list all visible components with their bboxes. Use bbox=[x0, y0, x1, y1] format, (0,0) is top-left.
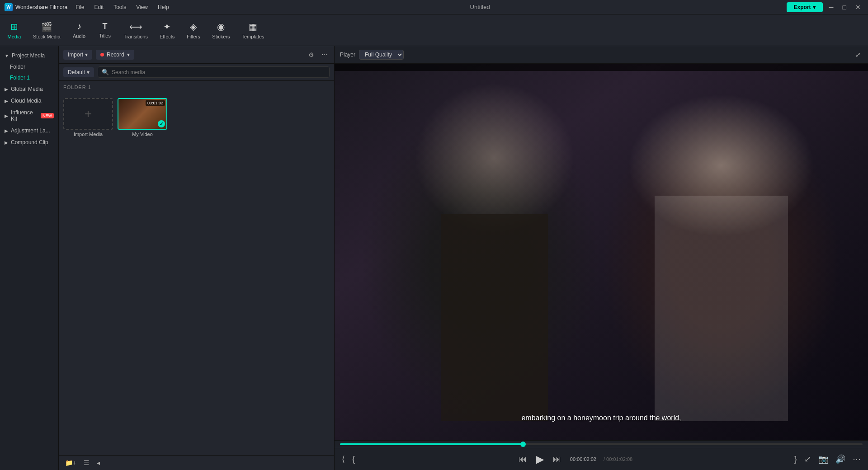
adjustment-la-header[interactable]: ▶ Adjustment La... bbox=[0, 125, 58, 136]
cloud-media-header[interactable]: ▶ Cloud Media bbox=[0, 95, 58, 107]
titlebar-right: Export ▾ ─ □ ✕ bbox=[787, 2, 863, 12]
default-label: Default bbox=[68, 69, 85, 75]
cloud-media-label: Cloud Media bbox=[11, 98, 41, 104]
minimize-button[interactable]: ─ bbox=[826, 3, 836, 12]
new-badge: NEW bbox=[41, 113, 54, 118]
record-dot-icon bbox=[100, 53, 104, 56]
default-view-button[interactable]: Default ▾ bbox=[63, 67, 94, 77]
mark-in-button[interactable]: { bbox=[350, 453, 357, 466]
toolbar-item-templates[interactable]: ▦ Templates bbox=[236, 19, 269, 42]
toolbar-item-filters[interactable]: ◈ Filters bbox=[181, 19, 206, 42]
my-video-thumb[interactable]: 00:01:02 ✓ bbox=[118, 98, 167, 130]
playback-progress-bar[interactable] bbox=[340, 443, 863, 445]
record-button[interactable]: Record ▾ bbox=[96, 50, 134, 60]
preview-video: embarking on a honeymoon trip around the… bbox=[335, 64, 868, 440]
menu-view[interactable]: View bbox=[132, 3, 152, 11]
close-button[interactable]: ✕ bbox=[853, 3, 863, 12]
toolbar-item-stock-media[interactable]: 🎬 Stock Media bbox=[28, 19, 66, 42]
global-media-header[interactable]: ▶ Global Media bbox=[0, 83, 58, 95]
toolbar-label-filters: Filters bbox=[187, 34, 200, 39]
video-check-icon: ✓ bbox=[158, 120, 165, 127]
quality-select[interactable]: Full Quality bbox=[359, 50, 404, 60]
toolbar-label-templates: Templates bbox=[241, 34, 264, 39]
media-grid: + Import Media 00:01:02 ✓ My Video bbox=[59, 94, 334, 455]
preview-panel: Player Full Quality ⤢ bbox=[335, 46, 868, 470]
menu-file[interactable]: File bbox=[71, 3, 89, 11]
menu-edit[interactable]: Edit bbox=[90, 3, 108, 11]
sidebar-item-folder[interactable]: Folder bbox=[0, 61, 58, 72]
play-pause-button[interactable]: ▶ bbox=[534, 451, 546, 467]
import-media-item[interactable]: + Import Media bbox=[63, 98, 113, 451]
import-thumb[interactable]: + bbox=[63, 98, 113, 130]
volume-button[interactable]: 🔊 bbox=[834, 452, 847, 466]
compound-clip-header[interactable]: ▶ Compound Clip bbox=[0, 136, 58, 148]
media-toolbar: Import ▾ Record ▾ ⚙ ⋯ bbox=[59, 46, 334, 64]
progress-fill bbox=[340, 443, 523, 445]
effects-icon: ✦ bbox=[163, 21, 171, 32]
video-ruler bbox=[335, 64, 868, 71]
preview-subtitle: embarking on a honeymoon trip around the… bbox=[521, 414, 681, 422]
search-input[interactable] bbox=[112, 69, 326, 75]
toolbar-item-transitions[interactable]: ⟷ Transitions bbox=[118, 19, 153, 42]
toolbar-item-effects[interactable]: ✦ Effects bbox=[154, 19, 180, 42]
ruler-bg bbox=[335, 64, 868, 71]
templates-icon: ▦ bbox=[249, 21, 257, 32]
import-label: Import bbox=[68, 52, 83, 58]
fullscreen-button[interactable]: ⤢ bbox=[802, 452, 813, 466]
toolbar-item-stickers[interactable]: ◉ Stickers bbox=[207, 19, 235, 42]
playback-thumb[interactable] bbox=[520, 442, 526, 447]
import-chevron-icon: ▾ bbox=[85, 52, 88, 58]
menu-tools[interactable]: Tools bbox=[109, 3, 131, 11]
current-time-display: 00:00:02:02 bbox=[570, 456, 596, 462]
record-chevron-icon: ▾ bbox=[127, 52, 130, 58]
preview-settings-button[interactable]: ⤢ bbox=[854, 50, 863, 59]
toolbar-label-titles: Titles bbox=[99, 33, 111, 38]
project-media-section: ▼ Project Media Folder Folder 1 bbox=[0, 50, 58, 83]
list-view-button[interactable]: ☰ bbox=[82, 458, 91, 467]
media-panel-bottom: 📁+ ☰ ◂ bbox=[59, 455, 334, 470]
preview-left-controls: ⟨ { bbox=[340, 452, 357, 466]
expand-icon: ▶ bbox=[5, 140, 8, 145]
toolbar-item-titles[interactable]: T Titles bbox=[93, 19, 118, 41]
add-folder-button[interactable]: 📁+ bbox=[63, 458, 78, 467]
filter-icon-button[interactable]: ⚙ bbox=[307, 50, 316, 59]
app-logo: W Wondershare Filmora bbox=[5, 3, 67, 11]
toolbar-label-transitions: Transitions bbox=[124, 34, 148, 39]
sidebar-item-folder1[interactable]: Folder 1 bbox=[0, 72, 58, 83]
mark-out-button[interactable]: } bbox=[793, 453, 799, 466]
player-label: Player bbox=[340, 52, 355, 58]
preview-controls: ⟨ { ⏮ ▶ ⏭ 00:00:02:02 / 00:01:02:08 } ⤢ … bbox=[335, 448, 868, 470]
import-button[interactable]: Import ▾ bbox=[63, 50, 92, 60]
frame-back-button[interactable]: ⟨ bbox=[340, 452, 347, 466]
influence-kit-label: Influence Kit bbox=[11, 109, 36, 122]
folder-label: FOLDER 1 bbox=[59, 81, 334, 94]
media-search-bar: Default ▾ 🔍 bbox=[59, 64, 334, 81]
menu-help[interactable]: Help bbox=[153, 3, 174, 11]
app-logo-icon: W bbox=[5, 3, 13, 11]
export-button[interactable]: Export ▾ bbox=[787, 2, 823, 12]
my-video-item[interactable]: 00:01:02 ✓ My Video bbox=[118, 98, 167, 451]
video-duration-badge: 00:01:02 bbox=[146, 100, 165, 106]
step-forward-button[interactable]: ⏭ bbox=[551, 453, 563, 466]
record-label: Record bbox=[107, 52, 124, 58]
window-title: Untitled bbox=[470, 4, 490, 10]
expand-icon: ▶ bbox=[5, 87, 8, 92]
toolbar-item-audio[interactable]: ♪ Audio bbox=[67, 19, 92, 42]
more-options-button[interactable]: ⋯ bbox=[320, 50, 330, 59]
preview-timecode-bar bbox=[335, 440, 868, 448]
maximize-button[interactable]: □ bbox=[840, 3, 849, 12]
toolbar-label-stock-media: Stock Media bbox=[33, 34, 61, 39]
video-frame: embarking on a honeymoon trip around the… bbox=[335, 64, 868, 440]
media-toolbar-right: ⚙ ⋯ bbox=[307, 50, 330, 59]
body-light bbox=[655, 196, 788, 422]
toolbar-item-media[interactable]: ⊞ Media bbox=[2, 19, 27, 42]
influence-kit-header[interactable]: ▶ Influence Kit NEW bbox=[0, 107, 58, 125]
toolbar-label-media: Media bbox=[8, 34, 21, 39]
menu-bar: File Edit Tools View Help bbox=[71, 3, 174, 11]
preview-right-controls: } ⤢ 📷 🔊 ⋯ bbox=[793, 452, 863, 466]
more-preview-button[interactable]: ⋯ bbox=[851, 452, 863, 466]
project-media-header[interactable]: ▼ Project Media bbox=[0, 50, 58, 61]
snapshot-button[interactable]: 📷 bbox=[816, 452, 830, 466]
step-back-button[interactable]: ⏮ bbox=[517, 453, 528, 466]
collapse-panel-button[interactable]: ◂ bbox=[95, 458, 102, 467]
